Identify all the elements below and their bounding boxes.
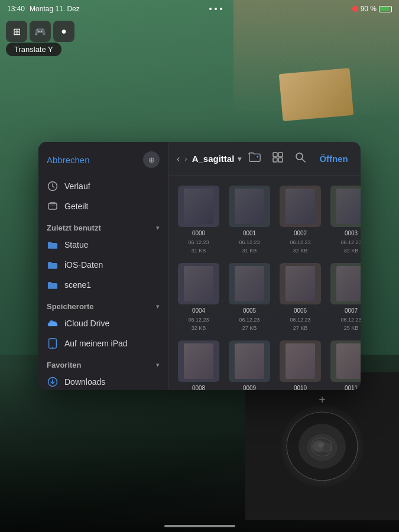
file-item-7[interactable]: 0007 06.12.23 25 KB [328, 261, 361, 333]
file-preview-1 [235, 189, 264, 224]
breadcrumb-dropdown-icon[interactable]: ▾ [238, 155, 241, 163]
scroll-indicator [164, 525, 235, 527]
file-name-1: 0001 [243, 229, 256, 237]
file-thumb-4 [178, 263, 219, 304]
sidebar-item-ipad[interactable]: Auf meinem iPad [38, 333, 168, 353]
file-item-4[interactable]: 0004 06.12.23 32 KB [176, 261, 222, 333]
download-icon [47, 376, 59, 388]
ipad-label: Auf meinem iPad [64, 339, 128, 348]
file-size-1: 31 KB [242, 248, 257, 254]
controller-btn-1[interactable]: ⊞ [6, 21, 27, 42]
sidebar-section-favorites: Favoriten ▾ Downloads [38, 356, 168, 390]
svg-point-20 [296, 153, 303, 160]
file-item-1[interactable]: 0001 06.12.23 31 KB [226, 183, 273, 256]
sidebar-header: Abbrechen ⊕ [38, 151, 168, 176]
file-name-2: 0002 [294, 229, 307, 237]
file-item-11[interactable]: 0011 06.12.23 25 KB [328, 338, 361, 390]
do-not-disturb-icon [352, 6, 358, 12]
file-preview-7 [336, 266, 361, 301]
file-date-2: 06.12.23 [290, 239, 310, 245]
controller-btn-3[interactable]: ● [53, 21, 74, 42]
status-bar: 13:40 Montag 11. Dez 90 % [0, 0, 399, 18]
file-name-8: 0008 [192, 384, 205, 390]
file-item-5[interactable]: 0005 06.12.23 27 KB [226, 261, 273, 333]
search-icon[interactable] [292, 149, 309, 168]
file-name-11: 0011 [345, 384, 358, 390]
file-size-4: 32 KB [192, 325, 206, 331]
translate-label: Translate Y [14, 45, 53, 54]
file-doc-8 [184, 343, 213, 379]
sidebar: Abbrechen ⊕ Verlauf Geteilt Z [38, 142, 168, 390]
file-size-5: 27 KB [242, 325, 257, 331]
file-preview-6 [286, 266, 315, 301]
file-date-6: 06.12.23 [290, 317, 310, 323]
sidebar-item-icloud[interactable]: iCloud Drive [38, 313, 168, 333]
cancel-button[interactable]: Abbrechen [47, 155, 90, 165]
controller-btn-2[interactable]: 🎮 [30, 21, 51, 42]
grid-icon[interactable] [270, 149, 286, 168]
mri-container: + [281, 405, 364, 488]
file-thumb-2 [280, 186, 321, 227]
file-doc-10 [286, 343, 315, 379]
file-name-3: 0003 [345, 229, 358, 237]
file-date-7: 06.12.23 [340, 317, 361, 323]
open-button[interactable]: Öffnen [314, 151, 352, 166]
file-item-0[interactable]: 0000 06.12.23 31 KB [176, 183, 222, 256]
file-doc-4 [184, 266, 213, 301]
sidebar-section-storage: Speicherorte ▾ iCloud Drive Auf meinem i… [38, 297, 168, 353]
file-date-5: 06.12.23 [239, 317, 259, 323]
file-thumb-1 [229, 186, 270, 227]
folder-name: A_sagittal [192, 154, 235, 164]
svg-point-10 [52, 346, 53, 348]
file-item-10[interactable]: 0010 06.12.23 25 KB [277, 338, 323, 390]
sidebar-item-statue[interactable]: Statue [38, 235, 168, 255]
file-size-3: 32 KB [344, 248, 359, 254]
back-icon: ‹ [177, 154, 180, 164]
file-thumb-3 [330, 186, 361, 227]
new-folder-icon: ⊕ [148, 155, 155, 164]
geteilt-label: Geteilt [64, 202, 88, 211]
sidebar-item-verlauf[interactable]: Verlauf [38, 176, 168, 196]
file-doc-9 [235, 343, 264, 379]
recently-used-title: Zuletzt benutzt [47, 223, 101, 232]
file-preview-3 [336, 189, 361, 224]
file-preview-9 [235, 343, 264, 379]
translate-badge[interactable]: Translate Y [6, 43, 61, 56]
file-preview-10 [286, 343, 315, 379]
file-thumb-8 [178, 340, 219, 382]
file-name-6: 0006 [294, 307, 307, 314]
new-folder-button[interactable]: ⊕ [143, 151, 160, 168]
sidebar-item-downloads[interactable]: Downloads [38, 372, 168, 390]
clock-icon [47, 180, 59, 192]
svg-rect-7 [48, 203, 57, 209]
back-button[interactable]: ‹ [177, 151, 180, 167]
file-item-2[interactable]: 0002 06.12.23 32 KB [277, 183, 323, 256]
file-item-8[interactable]: 0008 06.12.23 32 KB [176, 338, 222, 390]
storage-chevron: ▾ [156, 303, 160, 310]
breadcrumb: A_sagittal ▾ [192, 154, 242, 164]
controllers-overlay: ⊞ 🎮 ● [6, 21, 74, 42]
file-item-9[interactable]: 0009 06.12.23 37 KB [226, 338, 273, 390]
battery-percent: 90 % [361, 5, 377, 13]
date: Montag 11. Dez [30, 5, 80, 13]
svg-rect-16 [273, 153, 277, 157]
file-preview-8 [184, 343, 213, 379]
sidebar-item-geteilt[interactable]: Geteilt [38, 196, 168, 216]
battery-fill [380, 7, 390, 11]
file-preview-2 [286, 189, 315, 224]
file-name-7: 0007 [345, 307, 358, 314]
sidebar-section-recent-used: Zuletzt benutzt ▾ Statue iOS-Daten scen [38, 219, 168, 295]
file-item-3[interactable]: 0003 06.12.23 32 KB [328, 183, 361, 256]
folder-icon-scene1 [47, 279, 59, 291]
file-thumb-6 [280, 263, 321, 304]
ipad-icon [47, 338, 59, 349]
file-preview-4 [184, 266, 213, 301]
new-folder-icon-toolbar[interactable] [246, 149, 264, 168]
battery-bar [379, 6, 392, 12]
favorites-title: Favoriten [47, 361, 82, 369]
verlauf-label: Verlauf [64, 181, 90, 191]
sidebar-item-scene1[interactable]: scene1 [38, 275, 168, 295]
sidebar-item-ios-daten[interactable]: iOS-Daten [38, 255, 168, 275]
file-item-6[interactable]: 0006 06.12.23 27 KB [277, 261, 323, 333]
file-thumb-5 [229, 263, 270, 304]
